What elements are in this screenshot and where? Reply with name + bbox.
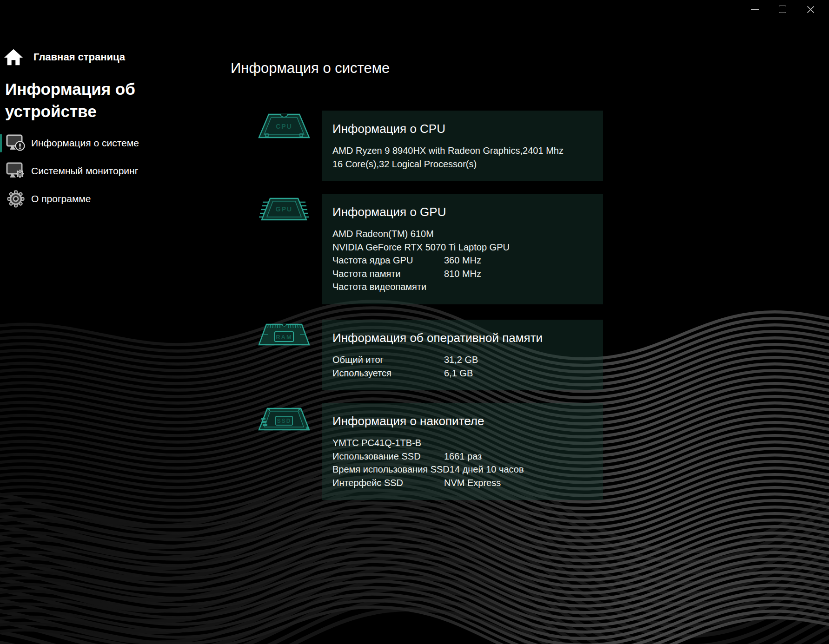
gpu-chip-icon: GPU (256, 196, 312, 223)
ssd-model-line: YMTC PC41Q-1TB-B (332, 436, 593, 450)
value: 360 MHz (444, 254, 481, 267)
sidebar-item-label: О программе (31, 193, 91, 204)
maximize-icon (779, 6, 786, 13)
minimize-button[interactable] (741, 1, 769, 17)
sidebar-item-about[interactable]: О программе (0, 188, 200, 210)
label: Общий итог (332, 353, 444, 367)
card-title: Информация об оперативной памяти (332, 329, 593, 346)
ssd-info-card: Информация о накопителе YMTC PC41Q-1TB-B… (322, 403, 603, 500)
gpu-model-line: NVIDIA GeForce RTX 5070 Ti Laptop GPU (332, 241, 593, 254)
cpu-cores-line: 16 Core(s),32 Logical Processor(s) (332, 158, 593, 171)
value: 6,1 GB (444, 367, 473, 380)
value: 810 MHz (444, 267, 481, 281)
section-title-line1: Информация об (5, 78, 135, 100)
ssd-usage-time-line: Время использования SSD 14 дней 10 часов (332, 463, 593, 476)
gpu-memory-clock-line: Частота памяти 810 MHz (332, 267, 593, 281)
monitor-alert-icon (6, 134, 26, 152)
close-button[interactable] (796, 1, 824, 17)
ram-chip-icon: RAM (256, 321, 312, 348)
gpu-vram-clock-line: Частота видеопамяти (332, 280, 593, 294)
label: Частота памяти (332, 267, 444, 281)
ssd-usage-line: Использование SSD 1661 раз (332, 450, 593, 463)
gpu-chip-label: GPU (276, 205, 292, 213)
minimize-icon (751, 9, 759, 10)
gpu-model-1: AMD Radeon(TM) 610M (332, 227, 444, 241)
cpu-chip-label: CPU (276, 123, 292, 130)
card-title: Информация о GPU (332, 204, 593, 220)
card-title: Информация о накопителе (332, 413, 593, 429)
gpu-info-card: Информация о GPU AMD Radeon(TM) 610M NVI… (322, 194, 603, 304)
close-icon (807, 6, 815, 13)
sidebar-item-home[interactable]: Главная страница (4, 48, 125, 66)
label: Использование SSD (332, 450, 444, 463)
cpu-model: AMD Ryzen 9 8940HX with Radeon Graphics,… (332, 144, 564, 158)
gpu-model-line: AMD Radeon(TM) 610M (332, 227, 593, 241)
value: NVM Express (444, 476, 501, 490)
label: Интерфейс SSD (332, 476, 444, 490)
active-indicator (0, 134, 2, 152)
titlebar (0, 0, 829, 19)
sidebar-item-system-info[interactable]: Информация о системе (0, 132, 200, 154)
ram-info-card: Информация об оперативной памяти Общий и… (322, 320, 603, 390)
label: Используется (332, 367, 444, 380)
label: Частота ядра GPU (332, 254, 444, 267)
device-info-section-title: Информация об устройстве (5, 78, 135, 123)
sidebar-item-label: Системный мониторинг (31, 165, 138, 177)
gear-icon (6, 190, 26, 208)
home-label: Главная страница (33, 51, 125, 63)
cpu-chip-icon: CPU (256, 112, 312, 139)
sidebar-nav: Информация о системе Системный (0, 132, 200, 216)
section-title-line2: устройстве (5, 100, 135, 123)
inactive-indicator (0, 190, 2, 208)
system-info-window: { "window": { "controls": { "minimize": … (0, 0, 829, 644)
value: 31,2 GB (444, 353, 478, 367)
label: Время использования SSD (332, 463, 450, 476)
monitor-gear-icon (6, 162, 26, 180)
value: 14 дней 10 часов (450, 463, 524, 476)
label: Частота видеопамяти (332, 280, 444, 294)
cpu-model-line: AMD Ryzen 9 8940HX with Radeon Graphics,… (332, 144, 593, 158)
sidebar-item-system-monitoring[interactable]: Системный мониторинг (0, 160, 200, 182)
ssd-chip-label: SSD (277, 418, 292, 424)
cpu-cores: 16 Core(s),32 Logical Processor(s) (332, 158, 477, 171)
ram-chip-label: RAM (276, 334, 292, 341)
home-icon (4, 48, 23, 66)
maximize-button[interactable] (769, 1, 796, 17)
sidebar-item-label: Информация о системе (31, 138, 139, 149)
cpu-info-card: Информация о CPU AMD Ryzen 9 8940HX with… (322, 111, 603, 181)
inactive-indicator (0, 162, 2, 180)
value: 1661 раз (444, 450, 482, 463)
gpu-core-clock-line: Частота ядра GPU 360 MHz (332, 254, 593, 267)
ram-used-line: Используется 6,1 GB (332, 367, 593, 380)
ssd-model: YMTC PC41Q-1TB-B (332, 436, 444, 450)
ram-total-line: Общий итог 31,2 GB (332, 353, 593, 367)
page-title: Информация о системе (231, 60, 390, 77)
ssd-interface-line: Интерфейс SSD NVM Express (332, 476, 593, 490)
ssd-chip-icon: SSD (256, 406, 312, 433)
window-controls (741, 0, 824, 19)
gpu-model-2: NVIDIA GeForce RTX 5070 Ti Laptop GPU (332, 241, 510, 254)
card-title: Информация о CPU (332, 120, 593, 137)
